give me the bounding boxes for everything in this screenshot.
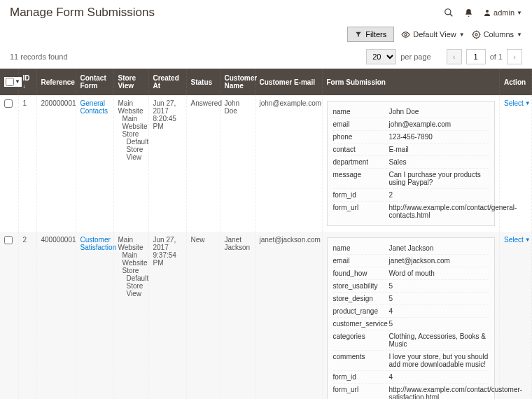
per-page-select[interactable]: 20 bbox=[366, 49, 396, 64]
submission-key: categories bbox=[333, 332, 389, 348]
submission-value: Janet Jackson bbox=[389, 244, 434, 252]
per-page-label: per page bbox=[400, 52, 430, 61]
filters-label: Filters bbox=[365, 30, 386, 38]
cell-customer-email: john@example.com bbox=[255, 95, 322, 232]
select-all-checkbox[interactable] bbox=[6, 78, 14, 86]
col-customer-email[interactable]: Customer E-mail bbox=[255, 69, 322, 95]
submission-key: customer_service bbox=[333, 320, 389, 328]
submission-key: department bbox=[333, 158, 389, 166]
submission-value: 123-456-7890 bbox=[389, 133, 433, 141]
submission-value: 4 bbox=[389, 373, 393, 381]
submission-value: john@example.com bbox=[389, 120, 451, 128]
submission-value: 5 bbox=[389, 295, 393, 302]
col-customer-name[interactable]: Customer Name bbox=[220, 69, 255, 95]
col-reference[interactable]: Reference bbox=[36, 69, 76, 95]
submission-value: 5 bbox=[389, 320, 393, 328]
col-form-submission[interactable]: Form Submission bbox=[322, 69, 500, 95]
cell-store: Main WebsiteMain Website StoreDefault St… bbox=[113, 95, 148, 232]
page-input[interactable] bbox=[466, 49, 486, 64]
submission-value: 4 bbox=[389, 307, 393, 315]
page-title: Manage Form Submissions bbox=[10, 6, 155, 20]
submission-key: contact bbox=[333, 146, 389, 153]
col-action: Action bbox=[500, 69, 532, 95]
user-label: admin bbox=[493, 8, 514, 17]
row-action-select[interactable]: Select ▼ bbox=[504, 236, 531, 244]
svg-point-5 bbox=[475, 33, 477, 35]
cell-customer-name: Janet Jackson bbox=[220, 232, 255, 399]
cell-created: Jun 27, 2017 8:20:45 PM bbox=[148, 95, 186, 232]
submission-value: Clothing, Accessories, Books & Music bbox=[389, 332, 489, 348]
submission-key: product_range bbox=[333, 307, 389, 315]
submission-key: form_id bbox=[333, 373, 389, 381]
submission-box: nameJohn Doeemailjohn@example.comphone12… bbox=[327, 101, 496, 226]
svg-point-0 bbox=[445, 9, 451, 15]
filters-button[interactable]: Filters bbox=[347, 27, 394, 42]
col-status[interactable]: Status bbox=[186, 69, 220, 95]
table-row: 1200000001General ContactsMain WebsiteMa… bbox=[0, 95, 532, 232]
submission-value: Can I purchase your products using Paypa… bbox=[389, 171, 489, 186]
user-menu[interactable]: admin ▼ bbox=[483, 8, 522, 17]
submission-value: John Doe bbox=[389, 108, 419, 115]
svg-point-2 bbox=[486, 10, 489, 13]
col-select-all[interactable]: ▼ bbox=[0, 69, 18, 95]
records-found: 11 records found bbox=[10, 52, 68, 61]
submission-value: Sales bbox=[389, 158, 407, 166]
submission-key: form_url bbox=[333, 204, 389, 219]
default-view-button[interactable]: Default View ▼ bbox=[401, 30, 464, 39]
contact-form-link[interactable]: General Contacts bbox=[80, 99, 108, 115]
row-checkbox[interactable] bbox=[4, 99, 13, 108]
contact-form-link[interactable]: Customer Satisfaction bbox=[80, 236, 117, 251]
submission-key: name bbox=[333, 244, 389, 252]
cell-reference: 400000001 bbox=[36, 232, 76, 399]
columns-button[interactable]: Columns ▼ bbox=[472, 30, 522, 39]
svg-line-1 bbox=[450, 14, 453, 17]
caret-down-icon: ▼ bbox=[517, 10, 522, 16]
submission-key: store_design bbox=[333, 295, 389, 302]
submission-value: I love your store, but you should add mo… bbox=[389, 353, 489, 368]
row-checkbox[interactable] bbox=[4, 236, 13, 244]
svg-point-4 bbox=[472, 31, 479, 38]
submission-key: phone bbox=[333, 133, 389, 141]
table-row: 2400000001Customer SatisfactionMain Webs… bbox=[0, 232, 532, 399]
cell-customer-email: janet@jackson.com bbox=[255, 232, 322, 399]
submission-box: nameJanet Jacksonemailjanet@jackson.comf… bbox=[327, 237, 496, 399]
cell-status: New bbox=[186, 232, 220, 399]
submission-key: email bbox=[333, 257, 389, 265]
submission-value: http://www.example.com/contact/general-c… bbox=[389, 204, 517, 219]
search-icon[interactable] bbox=[444, 8, 454, 18]
submission-key: store_usability bbox=[333, 282, 389, 290]
submission-value: janet@jackson.com bbox=[389, 257, 450, 265]
cell-customer-name: John Doe bbox=[220, 95, 255, 232]
columns-label: Columns bbox=[484, 30, 514, 38]
row-action-select[interactable]: Select ▼ bbox=[504, 99, 531, 107]
cell-created: Jun 27, 2017 9:37:54 PM bbox=[148, 232, 186, 399]
cell-reference: 200000001 bbox=[36, 95, 76, 232]
caret-down-icon: ▼ bbox=[517, 31, 522, 38]
submission-value: Word of mouth bbox=[389, 270, 435, 277]
col-created-at[interactable]: Created At bbox=[148, 69, 186, 95]
page-of-label: of 1 bbox=[490, 52, 503, 61]
submission-key: message bbox=[333, 171, 389, 186]
submission-key: name bbox=[333, 108, 389, 115]
next-page-button[interactable]: › bbox=[507, 49, 522, 64]
submission-value: http://www.example.com/contact/customer-… bbox=[389, 386, 523, 399]
cell-id: 2 bbox=[18, 232, 36, 399]
submission-key: comments bbox=[333, 353, 389, 368]
submission-key: form_id bbox=[333, 191, 389, 199]
col-store-view[interactable]: Store View bbox=[113, 69, 148, 95]
prev-page-button[interactable]: ‹ bbox=[447, 49, 462, 64]
bell-icon[interactable] bbox=[463, 8, 473, 18]
submission-value: E-mail bbox=[389, 146, 409, 153]
submission-key: found_how bbox=[333, 270, 389, 277]
submission-value: 5 bbox=[389, 282, 393, 290]
submission-key: form_url bbox=[333, 386, 389, 399]
default-view-label: Default View bbox=[413, 30, 456, 38]
svg-point-3 bbox=[405, 33, 407, 35]
submission-value: 2 bbox=[389, 191, 393, 199]
caret-down-icon: ▼ bbox=[459, 31, 465, 38]
cell-store: Main WebsiteMain Website StoreDefault St… bbox=[113, 232, 148, 399]
submission-key: email bbox=[333, 120, 389, 128]
cell-status: Answered bbox=[186, 95, 220, 232]
cell-id: 1 bbox=[18, 95, 36, 232]
col-contact-form[interactable]: Contact Form bbox=[76, 69, 113, 95]
